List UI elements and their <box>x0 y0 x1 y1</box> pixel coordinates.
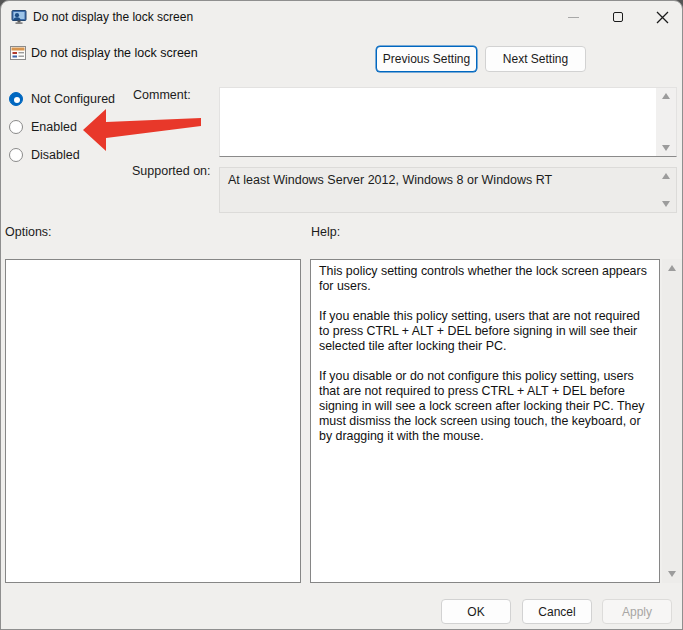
help-scrollbar[interactable] <box>662 259 682 583</box>
next-setting-button[interactable]: Next Setting <box>485 46 586 72</box>
help-paragraph: This policy setting controls whether the… <box>319 264 651 294</box>
previous-setting-button[interactable]: Previous Setting <box>376 46 477 72</box>
cancel-button[interactable]: Cancel <box>522 599 592 624</box>
radio-label: Disabled <box>31 148 80 162</box>
options-label: Options: <box>5 225 52 239</box>
group-policy-app-icon <box>11 9 27 25</box>
scroll-up-icon[interactable] <box>662 93 670 99</box>
comment-label: Comment: <box>133 88 191 102</box>
radio-circle <box>9 92 23 106</box>
maximize-button[interactable] <box>601 2 635 32</box>
radio-label: Not Configured <box>31 92 115 106</box>
window-title: Do not display the lock screen <box>33 1 193 33</box>
titlebar: Do not display the lock screen <box>1 1 682 33</box>
scroll-down-icon[interactable] <box>668 571 676 577</box>
scroll-down-icon[interactable] <box>662 201 670 207</box>
comment-scrollbar[interactable] <box>656 88 676 156</box>
maximize-icon <box>613 12 623 22</box>
close-icon <box>656 11 669 24</box>
annotation-arrow <box>76 101 211 156</box>
scroll-up-icon[interactable] <box>662 173 670 179</box>
comment-box <box>219 87 677 157</box>
scroll-down-icon[interactable] <box>662 145 670 151</box>
help-panel: This policy setting controls whether the… <box>310 259 660 583</box>
radio-circle <box>9 148 23 162</box>
radio-disabled[interactable]: Disabled <box>9 147 80 162</box>
apply-button[interactable]: Apply <box>602 599 672 624</box>
radio-label: Enabled <box>31 120 77 134</box>
help-paragraph: If you disable or do not configure this … <box>319 369 651 444</box>
supported-scrollbar[interactable] <box>656 168 676 212</box>
radio-circle <box>9 120 23 134</box>
radio-not-configured[interactable]: Not Configured <box>9 91 115 106</box>
help-paragraph: If you enable this policy setting, users… <box>319 309 651 354</box>
policy-setting-icon <box>10 45 26 61</box>
close-button[interactable] <box>645 2 679 32</box>
radio-enabled[interactable]: Enabled <box>9 119 77 134</box>
options-panel <box>5 259 301 583</box>
comment-input[interactable] <box>220 88 656 156</box>
policy-setting-dialog: Do not display the lock screen Do not di… <box>0 0 683 630</box>
setting-title: Do not display the lock screen <box>31 46 198 60</box>
supported-on-value: At least Windows Server 2012, Windows 8 … <box>220 168 656 212</box>
supported-on-label: Supported on: <box>132 164 211 178</box>
help-label: Help: <box>311 225 340 239</box>
supported-on-box: At least Windows Server 2012, Windows 8 … <box>219 167 677 213</box>
minimize-button[interactable] <box>556 2 590 32</box>
minimize-icon <box>568 17 579 18</box>
ok-button[interactable]: OK <box>441 599 511 624</box>
scroll-up-icon[interactable] <box>668 265 676 271</box>
